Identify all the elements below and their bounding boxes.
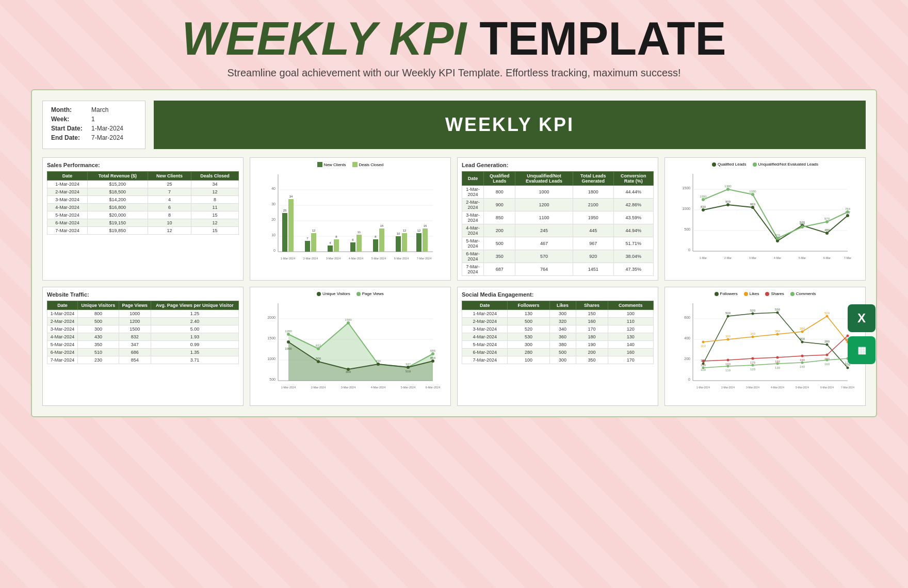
legend-likes: Likes xyxy=(744,291,759,296)
title-weekly-kpi: WEEKLY KPI xyxy=(182,13,466,64)
bar-nc-7 xyxy=(416,233,421,252)
dash-grid: Sales Performance: Date Total Revenue ($… xyxy=(42,157,866,406)
svg-text:20: 20 xyxy=(271,218,275,221)
bar-dc-4 xyxy=(356,235,362,252)
svg-text:4-Mar-2024: 4-Mar-2024 xyxy=(371,386,385,389)
svg-text:6: 6 xyxy=(352,238,354,241)
svg-text:500: 500 xyxy=(725,312,731,315)
svg-text:1300: 1300 xyxy=(724,185,732,188)
bar-nc-5 xyxy=(373,239,378,252)
svg-point-140 xyxy=(727,365,729,368)
svg-text:3-Mar: 3-Mar xyxy=(749,256,757,259)
legend-deals-closed: Deals Closed xyxy=(352,162,384,167)
svg-text:1-Mar-2024: 1-Mar-2024 xyxy=(696,386,710,389)
table-row: 1-Mar-2024130300150100 xyxy=(462,310,654,318)
svg-text:30: 30 xyxy=(271,202,275,206)
svg-point-144 xyxy=(826,359,829,362)
page-wrapper: WEEKLY KPI TEMPLATE Streamline goal achi… xyxy=(0,0,908,433)
bar-dc-3 xyxy=(334,239,339,252)
svg-text:1-Mar: 1-Mar xyxy=(700,256,707,259)
social-col-likes: Likes xyxy=(549,301,576,310)
legend-visitors-label: Unique Visitors xyxy=(322,291,350,296)
svg-point-128 xyxy=(776,356,779,359)
lead-chart-svg: 0 500 1000 1500 xyxy=(669,169,861,267)
bar-dc-6 xyxy=(402,233,407,252)
bar-nc-3 xyxy=(328,246,333,252)
legend-pageviews: Page Views xyxy=(356,291,384,296)
month-value: March xyxy=(91,106,108,113)
svg-text:4-Mar-2024: 4-Mar-2024 xyxy=(349,257,363,260)
table-row: 2-Mar-202450012002.40 xyxy=(47,318,239,325)
svg-text:1000: 1000 xyxy=(682,207,690,210)
lead-col-total: Total Leads Generated xyxy=(573,172,613,186)
svg-text:347: 347 xyxy=(406,363,411,366)
dash-info-row-week: Week: 1 xyxy=(51,116,137,123)
svg-text:1000: 1000 xyxy=(267,357,275,361)
lead-title: Lead Generation: xyxy=(462,162,654,168)
svg-text:300: 300 xyxy=(346,370,351,373)
social-header-row: Date Followers Likes Shares Comments xyxy=(462,301,654,310)
svg-text:1500: 1500 xyxy=(682,186,690,190)
svg-text:500: 500 xyxy=(316,357,321,360)
legend-shares-color xyxy=(765,292,769,296)
svg-point-125 xyxy=(702,360,705,363)
svg-text:7-Mar-2024: 7-Mar-2024 xyxy=(417,257,431,260)
u-dot-5 xyxy=(801,225,804,228)
legend-qualified-color xyxy=(712,162,716,167)
social-chart-legend: Followers Likes Shares Comments xyxy=(669,291,861,296)
svg-text:400: 400 xyxy=(684,336,690,340)
u-dot-1 xyxy=(702,198,705,201)
sales-chart-svg: 0 10 20 30 40 25 xyxy=(254,169,446,267)
svg-text:40: 40 xyxy=(271,187,275,190)
end-value: 7-Mar-2024 xyxy=(91,134,123,141)
svg-point-99 xyxy=(752,313,754,315)
svg-text:1200: 1200 xyxy=(285,330,292,333)
table-row: 7-Mar-2024$19,8501215 xyxy=(47,227,239,235)
social-col-comments: Comments xyxy=(608,301,653,310)
svg-text:34: 34 xyxy=(289,195,293,198)
bar-nc-6 xyxy=(396,236,401,252)
legend-deals-closed-color xyxy=(352,162,358,167)
legend-qualified: Qualified Leads xyxy=(712,162,747,167)
svg-text:340: 340 xyxy=(750,332,756,335)
table-row: 4-Mar-2024530360180130 xyxy=(462,333,654,341)
svg-text:2000: 2000 xyxy=(267,316,275,319)
svg-text:480: 480 xyxy=(824,228,830,232)
svg-text:140: 140 xyxy=(800,365,805,368)
svg-text:10: 10 xyxy=(397,232,400,235)
table-row: 5-Mar-20243503470.99 xyxy=(47,341,239,349)
svg-text:500: 500 xyxy=(269,378,275,381)
bar-nc-1 xyxy=(282,213,287,252)
table-row: 4-Mar-2024$16,800611 xyxy=(47,204,239,211)
sales-section: Sales Performance: Date Total Revenue ($… xyxy=(42,157,244,281)
svg-text:12: 12 xyxy=(403,229,407,232)
svg-text:520: 520 xyxy=(750,309,756,312)
svg-text:110: 110 xyxy=(725,369,731,372)
svg-text:8: 8 xyxy=(335,235,337,238)
website-area-chart: 500 1000 1500 2000 xyxy=(254,298,446,401)
dash-title-box: WEEKLY KPI xyxy=(154,101,866,149)
table-row: 6-Mar-2024280500200160 xyxy=(462,349,654,356)
svg-text:0: 0 xyxy=(273,249,275,252)
svg-text:150: 150 xyxy=(701,364,706,367)
title-template: TEMPLATE xyxy=(479,13,726,64)
page-subtitle: Streamline goal achievement with our Wee… xyxy=(31,67,877,79)
sales-bar-chart: 0 10 20 30 40 25 xyxy=(254,169,446,272)
legend-followers-label: Followers xyxy=(720,291,738,296)
svg-text:686: 686 xyxy=(430,349,436,352)
legend-deals-closed-label: Deals Closed xyxy=(359,162,384,167)
svg-text:320: 320 xyxy=(725,335,731,338)
legend-followers-color xyxy=(715,292,719,296)
excel-icon: X xyxy=(848,304,875,332)
svg-text:160: 160 xyxy=(824,363,830,366)
legend-unqualified: Unqualified/Not Evaluated Leads xyxy=(753,162,819,167)
svg-text:6-Mar-2024: 6-Mar-2024 xyxy=(426,386,440,389)
svg-text:360: 360 xyxy=(775,330,781,333)
social-chart-section: Followers Likes Shares Comments xyxy=(664,287,866,406)
table-row: 4-Mar-20244308321.93 xyxy=(47,333,239,341)
table-row: 6-Mar-2024$19,1501012 xyxy=(47,219,239,227)
u-dot-3 xyxy=(751,193,754,196)
legend-visitors-color xyxy=(317,292,321,296)
svg-text:2-Mar: 2-Mar xyxy=(724,256,732,259)
svg-text:300: 300 xyxy=(701,345,706,348)
